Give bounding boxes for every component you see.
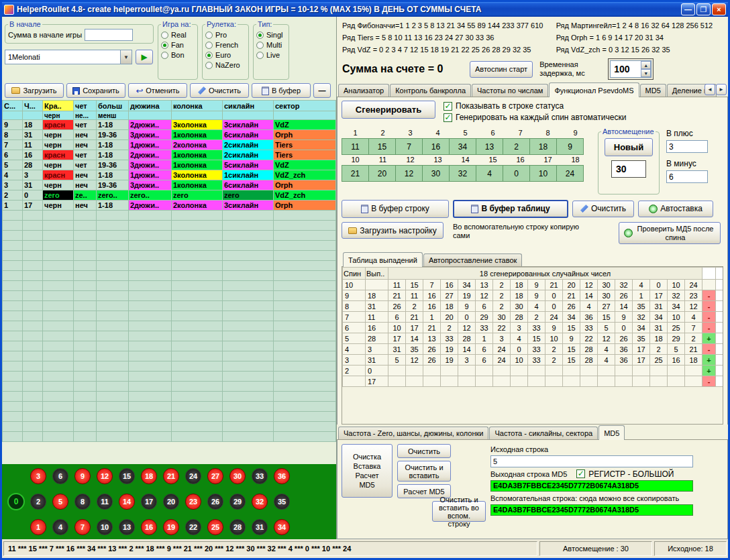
- generate-each-spin-check[interactable]: ✓ Генерировать на каждый спин автоматиче…: [444, 113, 626, 122]
- radio-icon: [161, 32, 168, 39]
- md5-clear-paste-button[interactable]: Очистить и вставить: [397, 461, 451, 482]
- plus-input[interactable]: [666, 140, 708, 153]
- board-number-36[interactable]: 36: [274, 468, 290, 484]
- radio-real[interactable]: Real: [161, 31, 195, 39]
- board-number-25[interactable]: 25: [207, 519, 223, 535]
- md5-output-field[interactable]: E4DA3B7FBBCE2345D7772B0674A318D5: [490, 480, 693, 492]
- radio-french[interactable]: French: [205, 41, 246, 49]
- board-number-14[interactable]: 14: [119, 494, 135, 510]
- board-number-2[interactable]: 2: [30, 494, 46, 510]
- board-number-26[interactable]: 26: [207, 494, 223, 510]
- board-number-5[interactable]: 5: [52, 494, 68, 510]
- board-number-18[interactable]: 18: [141, 468, 157, 484]
- board-number-1[interactable]: 1: [30, 519, 46, 535]
- board-number-8[interactable]: 8: [74, 494, 91, 510]
- board-number-21[interactable]: 21: [163, 468, 179, 484]
- start-sum-input[interactable]: [85, 29, 133, 41]
- load-button[interactable]: Загрузить: [5, 83, 64, 98]
- generated-number-cell: 35: [633, 301, 650, 312]
- play-button[interactable]: ▶: [136, 50, 153, 64]
- maximize-button[interactable]: ❐: [696, 3, 711, 15]
- radio-multi[interactable]: Multi: [256, 41, 286, 49]
- radio-pro[interactable]: Pro: [205, 31, 246, 39]
- md5-clear-paste-aux-button[interactable]: Очистить и вставить во вспом. строку: [432, 501, 486, 522]
- tab-md5[interactable]: MD5: [640, 84, 666, 97]
- gen-clear-button[interactable]: Очистить: [572, 201, 634, 217]
- radio-nazero[interactable]: NaZero: [205, 61, 246, 69]
- combo-dropdown-icon[interactable]: ▼: [120, 50, 132, 64]
- tab-freq-chances[interactable]: Частота - Zero, шансы, дюжины, колонки: [338, 427, 488, 439]
- board-number-32[interactable]: 32: [252, 494, 268, 510]
- board-number-7[interactable]: 7: [74, 519, 91, 535]
- show-in-status-check[interactable]: ✓ Показывать в строке статуса: [444, 101, 626, 111]
- delay-spinner[interactable]: 100 ▲ ▼: [610, 60, 651, 78]
- load-settings-button[interactable]: Загрузить настройку: [342, 222, 444, 239]
- board-number-27[interactable]: 27: [207, 468, 223, 484]
- board-number-13[interactable]: 13: [119, 519, 135, 535]
- board-number-19[interactable]: 19: [163, 519, 179, 535]
- tab-md5-panel[interactable]: MD5: [598, 425, 625, 440]
- board-number-11[interactable]: 11: [97, 494, 113, 510]
- board-number-35[interactable]: 35: [274, 494, 290, 510]
- autobet-button[interactable]: Автоставка: [638, 201, 713, 217]
- minimize-button[interactable]: —: [681, 3, 695, 15]
- tab-freq-sixlines[interactable]: Частота - сиклайны, сектора: [489, 427, 598, 439]
- radio-fan[interactable]: Fan: [161, 41, 195, 49]
- board-number-17[interactable]: 17: [141, 494, 157, 510]
- board-number-3[interactable]: 3: [30, 468, 46, 484]
- collapse-button[interactable]: —: [313, 83, 331, 98]
- tab-number-frequencies[interactable]: Частоты по числам: [472, 84, 548, 97]
- autospin-start-button[interactable]: Автоспин старт: [470, 61, 533, 78]
- board-number-16[interactable]: 16: [141, 519, 157, 535]
- buffer-table-button[interactable]: В буфер таблицу: [453, 200, 568, 218]
- buffer-row-button[interactable]: В буфер строку: [342, 200, 449, 218]
- autoshift-value[interactable]: 30: [611, 160, 646, 178]
- board-number-22[interactable]: 22: [185, 519, 201, 535]
- board-number-31[interactable]: 31: [252, 519, 268, 535]
- new-button[interactable]: Новый: [605, 138, 653, 156]
- radio-singl[interactable]: Singl: [256, 31, 286, 39]
- radio-live[interactable]: Live: [256, 51, 286, 59]
- to-buffer-button[interactable]: В буфер: [252, 83, 311, 98]
- tabs-scroll-right-icon[interactable]: ►: [716, 84, 727, 95]
- tab-drop-table[interactable]: Таблица выпадений: [343, 252, 423, 267]
- board-number-6[interactable]: 6: [52, 468, 68, 484]
- check-md5-button[interactable]: Проверить МД5 после спина: [619, 222, 721, 244]
- board-number-4[interactable]: 4: [52, 519, 68, 535]
- board-number-29[interactable]: 29: [229, 494, 246, 510]
- preset-combo[interactable]: 1Melonati ▼: [5, 50, 132, 64]
- board-number-9[interactable]: 9: [74, 468, 91, 484]
- board-number-33[interactable]: 33: [252, 468, 268, 484]
- board-number-0[interactable]: 0: [7, 493, 25, 510]
- md5-clear-paste-calc-button[interactable]: Очистка Вставка Расчет MD5: [342, 444, 393, 498]
- radio-euro[interactable]: Euro: [205, 51, 246, 59]
- tab-psevdo-ms[interactable]: Функционал PsevdoMS: [549, 82, 639, 97]
- tab-analyzer[interactable]: Анализатор: [338, 84, 389, 97]
- register-uppercase-check[interactable]: ✓ РЕГИСТР - БОЛЬШОЙ: [576, 469, 674, 479]
- tab-auto-betting[interactable]: Автопроставление ставок: [423, 254, 522, 266]
- generated-number-cell: 2: [441, 323, 458, 333]
- board-number-28[interactable]: 28: [229, 519, 246, 535]
- md5-clear-button[interactable]: Очистить: [397, 444, 451, 458]
- tab-bankroll-control[interactable]: Контроль банкролла: [390, 84, 471, 97]
- md5-aux-field[interactable]: E4DA3B7FBBCE2345D7772B0674A318D5: [490, 504, 693, 516]
- board-number-10[interactable]: 10: [97, 519, 113, 535]
- tabs-scroll-left-icon[interactable]: ◄: [705, 84, 715, 95]
- close-button[interactable]: ×: [712, 3, 726, 15]
- board-number-30[interactable]: 30: [229, 468, 246, 484]
- spinner-down-icon[interactable]: ▼: [641, 69, 651, 77]
- save-button[interactable]: Сохранить: [66, 83, 125, 98]
- board-number-23[interactable]: 23: [185, 494, 201, 510]
- undo-button[interactable]: ↩Отменить: [128, 83, 187, 98]
- board-number-20[interactable]: 20: [163, 494, 179, 510]
- board-number-34[interactable]: 34: [274, 519, 290, 535]
- minus-input[interactable]: [666, 170, 708, 183]
- spinner-up-icon[interactable]: ▲: [641, 61, 651, 69]
- board-number-15[interactable]: 15: [119, 468, 135, 484]
- clear-button[interactable]: Очистить: [190, 83, 249, 98]
- radio-bon[interactable]: Bon: [161, 51, 195, 59]
- board-number-12[interactable]: 12: [97, 468, 113, 484]
- md5-source-input[interactable]: [490, 455, 693, 467]
- generate-button[interactable]: Сгенерировать: [342, 101, 435, 119]
- board-number-24[interactable]: 24: [185, 468, 201, 484]
